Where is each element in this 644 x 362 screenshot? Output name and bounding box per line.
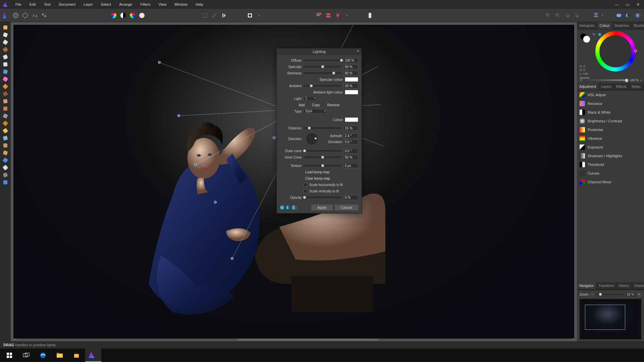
flood-select-tool[interactable]	[1, 68, 9, 75]
crop-tool[interactable]	[1, 39, 9, 46]
diffuse-slider[interactable]	[304, 60, 341, 61]
menu-filters[interactable]: Filters	[136, 1, 154, 8]
close-button[interactable]: ✕	[635, 1, 641, 8]
ambient-colour-swatch[interactable]	[345, 90, 358, 95]
adjustment-hsl-adjust[interactable]: HSL Adjust	[577, 90, 644, 99]
rectangle-tool[interactable]	[1, 157, 9, 164]
light-handle[interactable]	[158, 61, 161, 64]
scale-h-checkbox[interactable]	[304, 183, 307, 187]
adjustment-curves[interactable]: Curves	[577, 169, 644, 178]
texture-value[interactable]: 0 px	[343, 163, 358, 168]
dodge-tool[interactable]	[1, 127, 9, 134]
selection-mode2-icon[interactable]	[211, 12, 218, 19]
dialog-close-button[interactable]: ✕	[357, 49, 360, 53]
tab-layers[interactable]: Layers	[599, 83, 614, 90]
tab-adjustment[interactable]: Adjustment	[577, 83, 599, 90]
adjustment-black-white[interactable]: Black & White	[577, 108, 644, 117]
azimuth-value[interactable]: 2.4 °	[343, 133, 358, 138]
file-explorer-icon[interactable]	[52, 349, 68, 362]
snap-toggle-icon[interactable]	[334, 12, 341, 19]
zoom-value[interactable]: 33 %	[625, 292, 636, 297]
light-select[interactable]: 1	[304, 96, 317, 101]
load-bump-button[interactable]: Load bump map	[304, 170, 331, 175]
distance-slider[interactable]	[304, 127, 341, 129]
dialog-opacity-slider[interactable]	[304, 197, 341, 198]
diffuse-value[interactable]: 100 %	[343, 58, 358, 63]
align-icon[interactable]	[592, 12, 600, 19]
dropdown-icon[interactable]: ▾	[256, 12, 263, 19]
tab-colour[interactable]: Colour	[597, 22, 612, 29]
copy-light-button[interactable]: Copy	[310, 103, 321, 108]
arrange-forward-icon[interactable]	[564, 12, 571, 19]
swatch1-icon[interactable]	[110, 12, 117, 19]
color-wheel[interactable]	[595, 31, 636, 71]
hand-tool[interactable]	[1, 24, 9, 31]
remove-light-button[interactable]: Remove	[325, 103, 341, 108]
inner-cone-slider[interactable]	[304, 157, 341, 158]
adjustment-brightness-contrast[interactable]: Brightness / Contrast	[577, 117, 644, 125]
direction-pad[interactable]	[306, 132, 318, 145]
swatch2-icon[interactable]	[119, 12, 127, 19]
arrange-back-icon[interactable]	[545, 12, 552, 19]
zoom-slider[interactable]	[596, 294, 624, 295]
outer-cone-slider[interactable]	[304, 150, 341, 152]
preview-mode3-icon[interactable]	[292, 205, 297, 209]
ambient-slider[interactable]	[304, 85, 341, 86]
tab-swatches[interactable]: Swatches	[612, 22, 632, 29]
eyedropper-icon[interactable]: ✎	[592, 32, 596, 37]
preview-mode2-icon[interactable]	[286, 205, 290, 209]
tab-navigator[interactable]: Navigator	[577, 282, 596, 289]
adjustment-vibrance[interactable]: Vibrance	[577, 134, 644, 143]
menu-help[interactable]: Help	[192, 1, 207, 8]
menu-arrange[interactable]: Arrange	[115, 1, 136, 8]
horizontal-scrollbar[interactable]: ◂ ▸	[13, 338, 574, 341]
pen-tool[interactable]	[1, 83, 9, 90]
persona-develop-icon[interactable]	[21, 12, 29, 19]
eraser-tool[interactable]	[1, 98, 9, 105]
selection-mode3-icon[interactable]	[220, 12, 227, 19]
snap-guides-icon[interactable]	[325, 12, 332, 19]
scale-v-checkbox[interactable]	[304, 189, 307, 193]
menu-text[interactable]: Text	[40, 1, 55, 8]
opacity-slider[interactable]	[584, 79, 629, 81]
dialog-titlebar[interactable]: Lighting ✕	[277, 48, 362, 55]
tab-history[interactable]: History	[616, 282, 632, 289]
navigator-preview[interactable]	[580, 299, 641, 339]
apply-button[interactable]: Apply	[311, 204, 333, 210]
maximize-button[interactable]: ▭	[624, 1, 631, 8]
boolean-add-icon[interactable]	[615, 12, 623, 19]
persona-export-icon[interactable]	[40, 12, 48, 19]
menu-file[interactable]: File	[11, 1, 25, 8]
type-select[interactable]: Spot	[304, 109, 327, 114]
blur-tool[interactable]	[1, 113, 9, 119]
menu-edit[interactable]: Edit	[25, 1, 40, 8]
texture-slider[interactable]	[304, 165, 341, 166]
add-light-button[interactable]: Add	[297, 103, 306, 108]
preview-mode1-icon[interactable]	[280, 205, 284, 209]
start-button[interactable]	[1, 349, 17, 362]
edge-icon[interactable]	[35, 349, 51, 362]
light-handle[interactable]	[231, 257, 233, 260]
light-handle[interactable]	[194, 163, 197, 166]
dialog-opacity-value[interactable]: 0 %	[343, 195, 358, 200]
adjustment-threshold[interactable]: Threshold	[577, 160, 644, 169]
specular-colour-swatch[interactable]	[345, 77, 358, 82]
light-handle[interactable]	[214, 201, 217, 203]
light-handle[interactable]	[177, 114, 180, 117]
menu-window[interactable]: Window	[170, 1, 192, 8]
selection-mode1-icon[interactable]	[201, 12, 209, 19]
scrollbar-thumb[interactable]	[238, 339, 378, 341]
clone-tool[interactable]	[1, 90, 9, 97]
color-reset-icon[interactable]	[598, 33, 601, 36]
zoom-out-button[interactable]: −	[590, 293, 594, 297]
boolean-subtract-icon[interactable]	[625, 12, 632, 19]
cancel-button[interactable]: Cancel	[335, 204, 358, 210]
tab-styles[interactable]: Styles	[629, 83, 643, 90]
marquee-tool[interactable]	[1, 61, 9, 68]
menu-layer[interactable]: Layer	[79, 1, 97, 8]
specular-value[interactable]: 50 %	[343, 64, 358, 69]
arrange-front-icon[interactable]	[573, 12, 580, 19]
swatch3-icon[interactable]	[129, 12, 136, 19]
minimize-button[interactable]: —	[613, 1, 620, 8]
color-swatches[interactable]	[580, 33, 587, 40]
